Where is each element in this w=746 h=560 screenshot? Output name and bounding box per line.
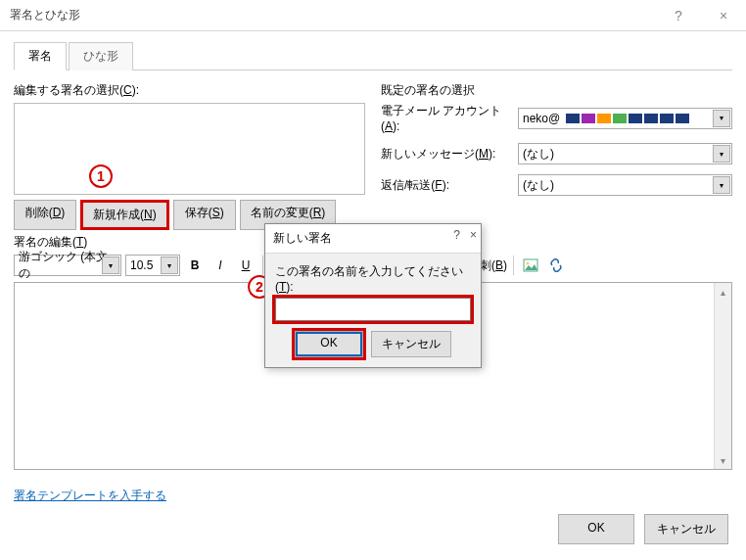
dialog-ok-button[interactable]: OK [558, 514, 634, 544]
chevron-down-icon[interactable]: ▾ [713, 176, 730, 194]
account-combo[interactable]: neko@ ▾ [518, 108, 732, 129]
size-combo[interactable]: 10.5 ▾ [125, 255, 180, 276]
modal-cancel-button[interactable]: キャンセル [371, 331, 451, 357]
newmsg-value: (なし) [523, 146, 554, 163]
modal-titlebar: 新しい署名 ? × [265, 224, 481, 254]
underline-button[interactable]: U [235, 255, 256, 276]
chevron-down-icon[interactable]: ▾ [713, 145, 730, 163]
modal-ok-button[interactable]: OK [295, 331, 363, 357]
toolbar-divider [513, 256, 514, 275]
delete-button[interactable]: 削除(D) [14, 200, 76, 230]
close-button[interactable]: × [701, 0, 746, 31]
signature-name-input[interactable] [275, 298, 471, 321]
modal-help-button[interactable]: ? [453, 228, 460, 242]
toolbar-divider [262, 256, 263, 275]
svg-point-1 [527, 262, 530, 265]
help-button[interactable]: ? [656, 0, 701, 31]
link-icon[interactable] [545, 255, 567, 276]
image-icon[interactable] [520, 255, 541, 276]
bizcard-button[interactable]: 刺(B) [480, 257, 507, 274]
account-label: 電子メール アカウント(A): [381, 103, 518, 133]
tab-template[interactable]: ひな形 [69, 42, 133, 70]
newmsg-combo[interactable]: (なし) ▾ [518, 143, 732, 164]
dialog-cancel-button[interactable]: キャンセル [644, 514, 728, 544]
modal-input-label: この署名の名前を入力してください(T): [275, 263, 471, 294]
tab-strip: 署名 ひな形 [14, 41, 732, 70]
chevron-down-icon[interactable]: ▾ [713, 110, 730, 127]
scroll-up-icon[interactable]: ▴ [715, 283, 731, 301]
chevron-down-icon[interactable]: ▾ [161, 257, 178, 274]
modal-title: 新しい署名 [273, 230, 332, 247]
signature-listbox[interactable] [14, 103, 365, 195]
select-signature-label: 編集する署名の選択(C): [14, 82, 365, 99]
save-button[interactable]: 保存(S) [173, 200, 236, 230]
default-signature-label: 既定の署名の選択 [381, 82, 732, 99]
annotation-1: 1 [89, 164, 113, 188]
reply-label: 返信/転送(F): [381, 177, 518, 194]
bold-button[interactable]: B [184, 255, 206, 276]
scroll-down-icon[interactable]: ▾ [715, 451, 731, 469]
font-combo[interactable]: 游ゴシック (本文の ▾ [14, 255, 121, 276]
chevron-down-icon[interactable]: ▾ [102, 257, 119, 274]
account-value: neko@ [523, 112, 560, 125]
account-obscured [566, 114, 689, 123]
window-title: 署名とひな形 [10, 7, 80, 23]
reply-combo[interactable]: (なし) ▾ [518, 174, 732, 196]
modal-close-button[interactable]: × [470, 228, 477, 242]
template-link[interactable]: 署名テンプレートを入手する [14, 488, 166, 504]
reply-value: (なし) [523, 177, 554, 194]
scrollbar[interactable]: ▴ ▾ [714, 283, 731, 469]
new-button[interactable]: 新規作成(N) [80, 200, 169, 230]
italic-button[interactable]: I [210, 255, 231, 276]
titlebar: 署名とひな形 ? × [0, 0, 746, 31]
new-signature-dialog: 新しい署名 ? × この署名の名前を入力してください(T): OK キャンセル [264, 223, 482, 368]
newmsg-label: 新しいメッセージ(M): [381, 146, 518, 163]
tab-signature[interactable]: 署名 [14, 42, 67, 70]
